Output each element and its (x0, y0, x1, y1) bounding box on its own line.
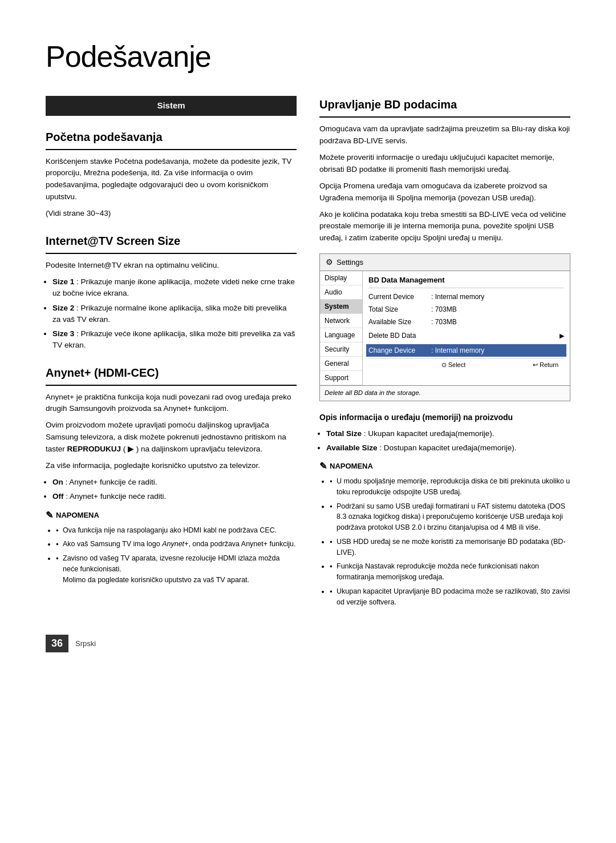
row-value: : 703MB (431, 317, 457, 327)
opis-list: Total Size : Ukupan kapacitet uređaja(me… (326, 428, 570, 454)
footer-return: ↩ Return (533, 360, 558, 370)
footer-select: ⊙ Select (441, 360, 466, 370)
list-item: Off : Anynet+ funkcije neće raditi. (52, 491, 297, 502)
napomena-title-anynet: ✎ NAPOMENA (46, 509, 297, 522)
page-title: Podešavanje (46, 34, 570, 79)
bd-napomena: ✎ NAPOMENA U modu spoljašnje memorije, r… (319, 459, 570, 607)
nav-display[interactable]: Display (320, 271, 362, 285)
opis-title: Opis informacija o uređaju (memoriji) na… (319, 412, 570, 423)
row-value: : Internal memory (431, 345, 484, 356)
nav-language[interactable]: Language (320, 328, 362, 342)
anynet-napomena-list: Ova funkcija nije na raspolaganju ako HD… (56, 525, 297, 586)
settings-footer: ⊙ Select ↩ Return (368, 358, 564, 372)
internet-size-list: Size 1 : Prikazuje manje ikone aplikacij… (52, 276, 297, 352)
section-title-anynet: Anynet+ (HDMI-CEC) (46, 364, 297, 386)
settings-row-available: Available Size : 703MB (368, 317, 564, 327)
arrow-icon: ▶ (560, 331, 564, 341)
anynet-para-1: Anynet+ je praktična funkcija koja nudi … (46, 392, 297, 416)
napomena-item: USB HDD uređaj se ne može koristiti za m… (330, 537, 570, 558)
napomena-item: Podržani su samo USB uređaji formatirani… (330, 501, 570, 533)
anynet-napomena: ✎ NAPOMENA Ova funkcija nije na raspolag… (46, 509, 297, 586)
list-item: Size 1 : Prikazuje manje ikone aplikacij… (52, 276, 297, 300)
sistem-header: Sistem (46, 96, 297, 116)
napomena-item: U modu spoljašnje memorije, reprodukcija… (330, 476, 570, 498)
bd-para-3: Opcija Promena uređaja vam omogućava da … (319, 180, 570, 204)
nav-general[interactable]: General (320, 357, 362, 371)
anynet-para-3: Za više informacija, pogledajte korisnič… (46, 460, 297, 472)
nav-audio[interactable]: Audio (320, 285, 362, 300)
settings-box: ⚙ Settings Display Audio System Network … (319, 253, 570, 401)
page-bottom: 36 Srpski (46, 635, 570, 652)
page-number: 36 (46, 635, 68, 652)
settings-main: BD Data Management Current Device : Inte… (363, 271, 570, 385)
settings-main-title: BD Data Management (368, 275, 564, 288)
napomena-item: Zavisno od vašeg TV aparata, izvesne rez… (56, 553, 297, 585)
settings-row-total: Total Size : 703MB (368, 304, 564, 314)
section-title-pocetna: Početna podešavanja (46, 128, 297, 150)
pocetna-para-1: Korišćenjem stavke Početna podešavanja, … (46, 156, 297, 204)
settings-row-current: Current Device : Internal memory (368, 292, 564, 302)
settings-row-delete[interactable]: Delete BD Data ▶ (368, 329, 564, 342)
napomena-item: Funkcija Nastavak reprodukcije možda neć… (330, 561, 570, 583)
settings-content: Display Audio System Network Language Se… (320, 271, 570, 385)
row-label: Current Device (368, 292, 431, 302)
settings-title-label: Settings (337, 257, 363, 268)
internet-intro: Podesite Internet@TV ekran na optimalnu … (46, 260, 297, 272)
left-column: Sistem Početna podešavanja Korišćenjem s… (46, 96, 297, 612)
row-label: Delete BD Data (368, 330, 431, 341)
bd-para-2: Možete proveriti informacije o uređaju u… (319, 152, 570, 176)
napomena-item: Ukupan kapacitet Upravljanje BD podacima… (330, 586, 570, 608)
anynet-para-2: Ovim proizvodom možete upravljati pomoću… (46, 420, 297, 455)
nav-network[interactable]: Network (320, 314, 362, 328)
anynet-bullet-list: On : Anynet+ funkcije će raditi. Off : A… (52, 477, 297, 503)
bd-para-4: Ako je količina podataka koju treba smes… (319, 209, 570, 245)
list-item: Size 3 : Prikazuje veće ikone aplikacija… (52, 328, 297, 352)
language-label: Srpski (75, 638, 96, 650)
settings-nav: Display Audio System Network Language Se… (320, 271, 363, 385)
section-title-bd: Upravljanje BD podacima (319, 96, 570, 118)
pocetna-para-2: (Vidi strane 30~43) (46, 208, 297, 220)
bd-napomena-list: U modu spoljašnje memorije, reprodukcija… (330, 476, 570, 607)
row-label: Change Device (368, 345, 431, 356)
nav-security[interactable]: Security (320, 342, 362, 357)
nav-system[interactable]: System (320, 300, 362, 314)
napomena-icon: ✎ (319, 459, 327, 473)
gear-icon: ⚙ (326, 256, 333, 268)
list-item: Total Size : Ukupan kapacitet uređaja(me… (326, 428, 570, 439)
napomena-item: Ova funkcija nije na raspolaganju ako HD… (56, 525, 297, 536)
list-item: On : Anynet+ funkcije će raditi. (52, 477, 297, 488)
bd-para-1: Omogućava vam da upravljate sadržajima p… (319, 123, 570, 147)
row-value: : Internal memory (431, 292, 484, 302)
settings-row-change[interactable]: Change Device : Internal memory (366, 344, 566, 357)
napomena-title-bd: ✎ NAPOMENA (319, 459, 570, 473)
settings-title-bar: ⚙ Settings (320, 254, 570, 271)
row-value: : 703MB (431, 304, 457, 314)
row-label: Available Size (368, 317, 431, 327)
right-column: Upravljanje BD podacima Omogućava vam da… (319, 96, 570, 612)
napomena-item: Ako vaš Samsung TV ima logo Anynet+, ond… (56, 539, 297, 550)
row-label: Total Size (368, 304, 431, 314)
nav-support[interactable]: Support (320, 371, 362, 385)
section-title-internet: Internet@TV Screen Size (46, 232, 297, 254)
napomena-icon: ✎ (46, 509, 53, 522)
list-item: Size 2 : Prikazuje normalne ikone aplika… (52, 302, 297, 326)
list-item: Available Size : Dostupan kapacitet uređ… (326, 442, 570, 454)
settings-bottom-note: Delete all BD data in the storage. (320, 385, 570, 400)
